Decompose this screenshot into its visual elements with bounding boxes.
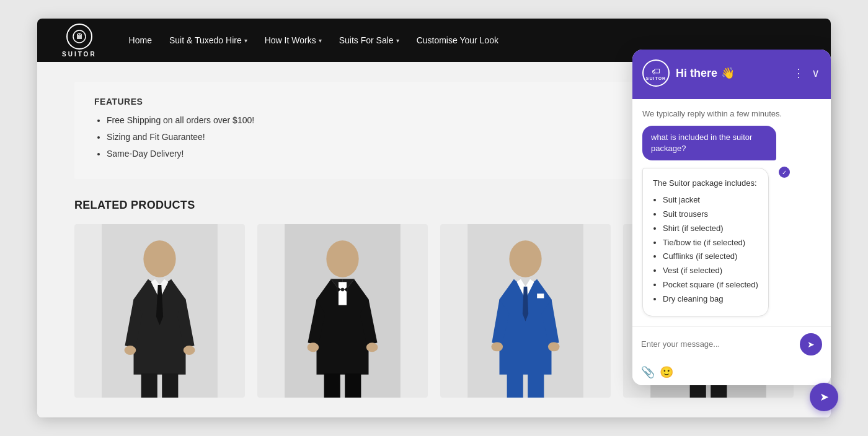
- chat-attach-button[interactable]: 📎: [641, 365, 655, 379]
- chat-bubble-bot: The Suitor package includes: Suit jacket…: [642, 168, 769, 316]
- logo-area[interactable]: SUITOR: [62, 24, 97, 58]
- chat-emoji-button[interactable]: 🙂: [660, 365, 673, 379]
- chat-input[interactable]: [641, 339, 795, 349]
- svg-rect-20: [507, 373, 523, 398]
- svg-rect-6: [162, 373, 178, 398]
- send-fab-icon: ➤: [820, 390, 829, 404]
- svg-rect-9: [339, 282, 347, 305]
- bot-item: Cufflinks (if selected): [663, 250, 758, 263]
- svg-rect-5: [141, 373, 157, 398]
- bot-item: Shirt (if selected): [663, 222, 758, 235]
- logo-text: SUITOR: [62, 51, 97, 58]
- product-card[interactable]: [74, 224, 245, 398]
- chat-status-message: We typically reply within a few minutes.: [642, 109, 821, 118]
- nav-home[interactable]: Home: [129, 35, 152, 45]
- svg-point-8: [326, 240, 358, 277]
- chat-header-actions: ⋮ ∨: [792, 65, 821, 81]
- svg-point-4: [184, 346, 195, 355]
- svg-point-18: [491, 342, 503, 351]
- svg-point-12: [366, 342, 378, 352]
- logo-icon: [66, 24, 92, 50]
- bot-item: Vest (if selected): [663, 264, 758, 277]
- product-card[interactable]: [257, 224, 428, 398]
- send-fab-button[interactable]: ➤: [810, 383, 838, 411]
- chat-more-button[interactable]: ⋮: [792, 65, 805, 81]
- svg-rect-21: [528, 373, 544, 398]
- product-image: [257, 224, 428, 398]
- svg-point-10: [341, 288, 345, 292]
- bot-items-list: Suit jacket Suit trousers Shirt (if sele…: [653, 194, 758, 305]
- chat-body: We typically reply within a few minutes.…: [632, 99, 831, 326]
- svg-point-19: [548, 342, 560, 351]
- nav-customise[interactable]: Customise Your Look: [417, 35, 498, 45]
- chat-bubble-user: what is included in the suitor package?: [642, 126, 776, 160]
- chevron-down-icon: ▾: [319, 37, 322, 44]
- chat-greeting: Hi there 👋: [676, 66, 786, 80]
- chat-avatar-inner: 🏷 SUITOR: [644, 61, 668, 85]
- bot-item: Tie/bow tie (if selected): [663, 237, 758, 250]
- chat-minimize-button[interactable]: ∨: [810, 65, 821, 81]
- chat-send-button[interactable]: ➤: [800, 333, 822, 355]
- nav-links: Home Suit & Tuxedo Hire ▾ How It Works ▾…: [129, 35, 806, 45]
- chat-avatar-icon: 🏷: [652, 66, 660, 76]
- send-icon: ➤: [807, 339, 815, 349]
- svg-rect-13: [324, 373, 340, 398]
- svg-rect-14: [345, 373, 361, 398]
- svg-point-11: [308, 342, 319, 352]
- bot-item: Suit trousers: [663, 208, 758, 221]
- chat-widget: 🏷 SUITOR Hi there 👋 ⋮ ∨ We typically rep…: [632, 50, 831, 385]
- chevron-down-icon: ▾: [396, 37, 399, 44]
- chat-avatar: 🏷 SUITOR: [642, 59, 670, 87]
- product-image: [74, 224, 245, 398]
- bot-item: Suit jacket: [663, 194, 758, 207]
- chat-icons: 📎 🙂: [632, 362, 831, 385]
- chat-input-area: ➤: [632, 326, 831, 362]
- chat-header-text: Hi there 👋: [676, 66, 786, 80]
- svg-point-2: [143, 240, 175, 277]
- svg-rect-17: [537, 294, 544, 298]
- svg-point-16: [509, 240, 541, 277]
- read-receipt: ✓: [779, 167, 790, 178]
- product-image: [440, 224, 611, 398]
- nav-how-it-works[interactable]: How It Works ▾: [265, 35, 322, 45]
- nav-suit-hire[interactable]: Suit & Tuxedo Hire ▾: [169, 35, 247, 45]
- chevron-down-icon: ▾: [244, 37, 247, 44]
- nav-suits-sale[interactable]: Suits For Sale ▾: [339, 35, 399, 45]
- bot-item: Pocket square (if selected): [663, 279, 758, 292]
- product-card[interactable]: [440, 224, 611, 398]
- chat-header: 🏷 SUITOR Hi there 👋 ⋮ ∨: [632, 50, 831, 99]
- chat-avatar-brand: SUITOR: [646, 76, 666, 81]
- user-message-wrapper: what is included in the suitor package? …: [642, 126, 821, 160]
- svg-point-3: [125, 346, 136, 355]
- bot-item: Dry cleaning bag: [663, 293, 758, 306]
